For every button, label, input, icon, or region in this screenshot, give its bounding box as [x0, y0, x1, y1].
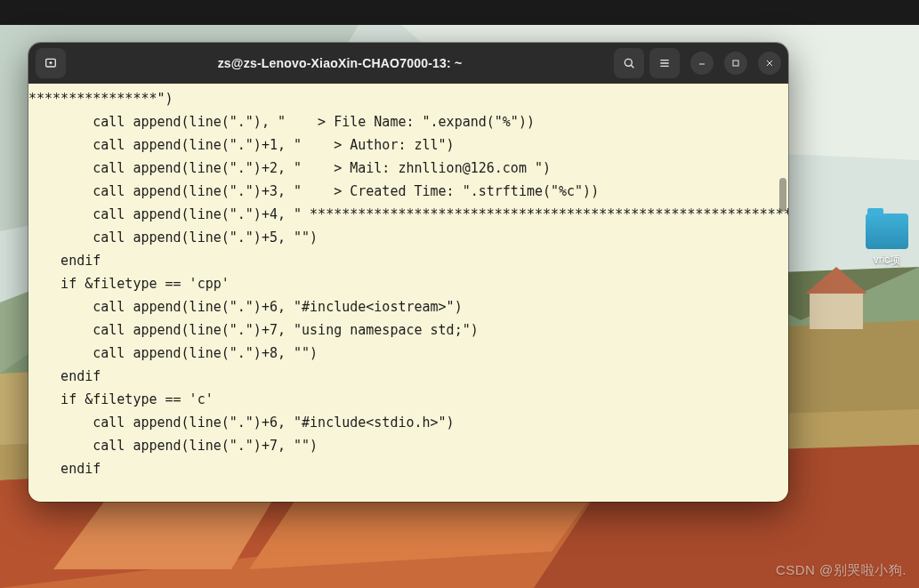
maximize-button[interactable] [724, 52, 747, 75]
search-icon [622, 56, 636, 70]
close-icon [764, 58, 775, 68]
svg-point-20 [625, 59, 632, 66]
scrollbar[interactable] [779, 87, 786, 498]
search-button[interactable] [614, 48, 644, 78]
close-button[interactable] [758, 52, 781, 75]
terminal-window: zs@zs-Lenovo-XiaoXin-CHAO7000-13: ~ ****… [28, 43, 788, 502]
menu-button[interactable] [649, 48, 680, 78]
svg-rect-21 [733, 60, 738, 66]
new-tab-icon [44, 56, 58, 70]
svg-marker-17 [810, 294, 863, 329]
watermark: CSDN @别哭啦小狗. [776, 562, 907, 579]
minimize-button[interactable] [690, 52, 713, 75]
new-tab-button[interactable] [36, 48, 66, 78]
terminal-body[interactable]: ****************") call append(line(".")… [28, 84, 788, 502]
folder-icon [866, 213, 908, 249]
menu-icon [657, 56, 672, 70]
window-title: zs@zs-Lenovo-XiaoXin-CHAO7000-13: ~ [71, 56, 609, 70]
scrollbar-thumb[interactable] [779, 178, 786, 212]
titlebar: zs@zs-Lenovo-XiaoXin-CHAO7000-13: ~ [28, 43, 788, 84]
desktop-folder-label: vric项 [862, 253, 912, 268]
minimize-icon [697, 58, 707, 68]
gnome-top-bar [0, 0, 919, 25]
desktop-folder-vric[interactable]: vric项 [862, 213, 912, 268]
maximize-icon [730, 58, 741, 68]
terminal-content[interactable]: ****************") call append(line(".")… [28, 84, 788, 480]
